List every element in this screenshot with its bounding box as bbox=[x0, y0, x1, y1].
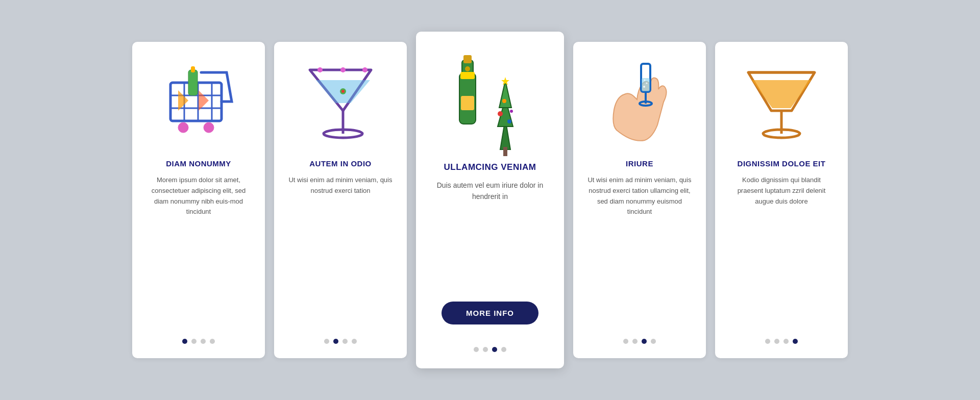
dot bbox=[651, 339, 656, 344]
svg-point-15 bbox=[340, 67, 346, 72]
dot bbox=[191, 339, 197, 344]
svg-point-39 bbox=[646, 82, 648, 84]
card-5-title: DIGNISSIM DOLOE EIT bbox=[738, 159, 826, 168]
svg-rect-21 bbox=[463, 55, 472, 63]
svg-rect-22 bbox=[461, 96, 474, 110]
card-1-title: DIAM NONUMMY bbox=[166, 159, 231, 168]
dot bbox=[642, 339, 647, 344]
svg-point-31 bbox=[502, 99, 506, 103]
svg-point-16 bbox=[362, 67, 368, 72]
dot bbox=[352, 339, 357, 344]
svg-marker-27 bbox=[499, 81, 511, 108]
svg-point-24 bbox=[465, 66, 470, 71]
dot bbox=[793, 339, 798, 344]
dot bbox=[632, 339, 638, 344]
card-3-dots bbox=[474, 347, 506, 352]
card-1-text: Morem ipsum dolor sit amet, consectetuer… bbox=[146, 175, 251, 329]
dot bbox=[474, 347, 479, 352]
svg-point-40 bbox=[644, 79, 646, 81]
dot bbox=[774, 339, 779, 344]
dot bbox=[765, 339, 770, 344]
shopping-cart-icon bbox=[158, 57, 239, 149]
svg-point-29 bbox=[498, 111, 503, 116]
dot bbox=[201, 339, 206, 344]
card-2-dots bbox=[324, 339, 357, 344]
dot bbox=[182, 339, 187, 344]
dot bbox=[342, 339, 348, 344]
svg-point-14 bbox=[317, 67, 323, 72]
card-5: DIGNISSIM DOLOE EIT Kodio dignissim qui … bbox=[715, 42, 848, 358]
card-1: DIAM NONUMMY Morem ipsum dolor sit amet,… bbox=[132, 42, 265, 358]
card-5-text: Kodio dignissim qui blandit praesent lup… bbox=[729, 175, 834, 329]
card-3: ULLAMCING VENIAM Duis autem vel eum iriu… bbox=[416, 32, 564, 368]
svg-rect-35 bbox=[642, 78, 650, 91]
svg-point-7 bbox=[204, 122, 214, 133]
cocktail-glass-icon bbox=[741, 57, 822, 149]
svg-rect-28 bbox=[503, 147, 507, 156]
dot bbox=[783, 339, 789, 344]
svg-point-30 bbox=[507, 119, 511, 123]
dot bbox=[333, 339, 338, 344]
svg-point-18 bbox=[341, 90, 345, 93]
card-4: IRIURE Ut wisi enim ad minim veniam, qui… bbox=[573, 42, 706, 358]
card-3-title: ULLAMCING VENIAM bbox=[444, 162, 536, 172]
card-1-dots bbox=[182, 339, 215, 344]
card-2-text: Ut wisi enim ad minim veniam, quis nostr… bbox=[288, 175, 393, 329]
hand-glass-icon bbox=[599, 57, 680, 149]
svg-point-6 bbox=[178, 122, 188, 133]
card-4-text: Ut wisi enim ad minim veniam, quis nostr… bbox=[587, 175, 692, 329]
svg-point-38 bbox=[643, 86, 645, 88]
champagne-bottle-icon bbox=[444, 50, 536, 152]
dot bbox=[623, 339, 628, 344]
card-2-title: AUTEM IN ODIO bbox=[309, 159, 372, 168]
svg-point-32 bbox=[510, 110, 513, 113]
dot bbox=[483, 347, 488, 352]
dot bbox=[324, 339, 329, 344]
dot bbox=[210, 339, 215, 344]
cards-container: DIAM NONUMMY Morem ipsum dolor sit amet,… bbox=[102, 6, 878, 394]
card-4-title: IRIURE bbox=[626, 159, 653, 168]
card-4-dots bbox=[623, 339, 656, 344]
card-3-text: Duis autem vel eum iriure dolor in hendr… bbox=[432, 180, 548, 291]
svg-rect-8 bbox=[188, 70, 198, 95]
svg-rect-23 bbox=[460, 72, 475, 79]
card-5-dots bbox=[765, 339, 798, 344]
dot bbox=[501, 347, 506, 352]
more-info-button[interactable]: MORE INFO bbox=[442, 302, 538, 324]
svg-rect-9 bbox=[191, 66, 195, 72]
dot bbox=[492, 347, 497, 352]
card-2: AUTEM IN ODIO Ut wisi enim ad minim veni… bbox=[274, 42, 407, 358]
martini-glass-icon bbox=[300, 57, 381, 149]
